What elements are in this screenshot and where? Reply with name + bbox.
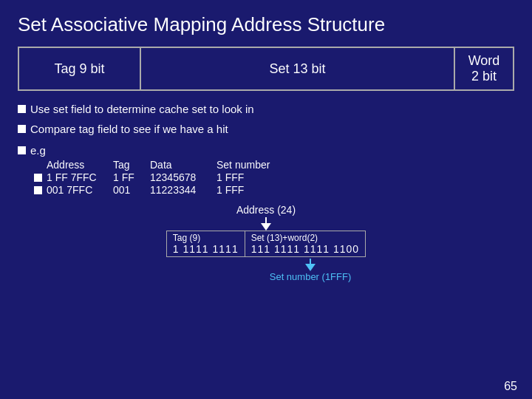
eg-tag-1: 1 FF bbox=[113, 171, 150, 183]
set-number-arrow bbox=[305, 264, 316, 271]
diagram-set-label: Set (13)+word(2) bbox=[251, 233, 318, 243]
diagram-set-box: Set (13)+word(2) 111 1111 1111 1100 bbox=[245, 231, 366, 257]
bullet-icon-2 bbox=[18, 125, 26, 133]
tag-field: Tag 9 bit bbox=[19, 48, 141, 89]
diagram-top: Address (24) bbox=[236, 204, 296, 231]
eg-set-2: 1 FFF bbox=[216, 184, 268, 196]
bullet-icon-1 bbox=[18, 105, 26, 113]
eg-table: Address Tag Data Set number 1 FF 7FFC 1 … bbox=[34, 159, 514, 196]
diagram-tag-label: Tag (9) bbox=[173, 233, 200, 243]
eg-table-row-2: 001 7FFC 001 11223344 1 FFF bbox=[34, 184, 514, 196]
eg-bullet-row2 bbox=[34, 186, 42, 194]
address-diagram: Address (24) Tag (9) 1 1111 1111 Set (13… bbox=[18, 204, 514, 282]
eg-table-header: Address Tag Data Set number bbox=[34, 159, 514, 171]
bullet-text-1: Use set field to determine cache set to … bbox=[30, 103, 254, 115]
diagram-set-bits: 111 1111 1111 1100 bbox=[251, 243, 359, 255]
bullet-text-2: Compare tag field to see if we have a hi… bbox=[30, 123, 228, 135]
diagram-boxes: Tag (9) 1 1111 1111 Set (13)+word(2) 111… bbox=[166, 231, 366, 257]
diagram-arrow-down bbox=[261, 223, 271, 231]
address-structure-bar: Tag 9 bit Set 13 bit Word2 bit bbox=[18, 47, 514, 91]
eg-data-2: 11223344 bbox=[150, 184, 216, 196]
set-number-arrow-line bbox=[310, 259, 311, 264]
eg-header-row: e.g bbox=[18, 144, 514, 157]
diagram-arrow-line bbox=[265, 217, 267, 223]
eg-address-2: 001 7FFC bbox=[47, 184, 113, 196]
eg-tag-2: 001 bbox=[113, 184, 150, 196]
set-number-area: Set number (1FFF) bbox=[270, 259, 352, 282]
eg-col-address-header: Address bbox=[47, 159, 113, 171]
page-number: 65 bbox=[504, 380, 517, 393]
eg-col-tag-header: Tag bbox=[113, 159, 150, 171]
slide: Set Associative Mapping Address Structur… bbox=[0, 0, 532, 399]
slide-title: Set Associative Mapping Address Structur… bbox=[18, 13, 514, 36]
example-section: e.g Address Tag Data Set number 1 FF 7FF… bbox=[18, 144, 514, 197]
word-field-text: Word2 bit bbox=[468, 53, 500, 84]
bullet-use-set: Use set field to determine cache set to … bbox=[18, 103, 514, 115]
eg-table-row-1: 1 FF 7FFC 1 FF 12345678 1 FFF bbox=[34, 171, 514, 183]
eg-set-1: 1 FFF bbox=[216, 171, 268, 183]
bullet-compare-tag: Compare tag field to see if we have a hi… bbox=[18, 123, 514, 135]
diagram-tag-box: Tag (9) 1 1111 1111 bbox=[166, 231, 245, 257]
word-field: Word2 bit bbox=[455, 48, 513, 89]
bullet-icon-eg bbox=[18, 146, 26, 154]
eg-address-1: 1 FF 7FFC bbox=[47, 171, 113, 183]
eg-bullet-row1 bbox=[34, 174, 42, 182]
eg-col-set-header: Set number bbox=[216, 159, 270, 171]
set-number-label: Set number (1FFF) bbox=[270, 271, 352, 282]
eg-col-data-header: Data bbox=[150, 159, 216, 171]
eg-label: e.g bbox=[30, 144, 46, 157]
set-field: Set 13 bit bbox=[141, 48, 455, 89]
diagram-tag-bits: 1 1111 1111 bbox=[173, 243, 239, 255]
diagram-address-label: Address (24) bbox=[236, 204, 296, 216]
eg-data-1: 12345678 bbox=[150, 171, 216, 183]
